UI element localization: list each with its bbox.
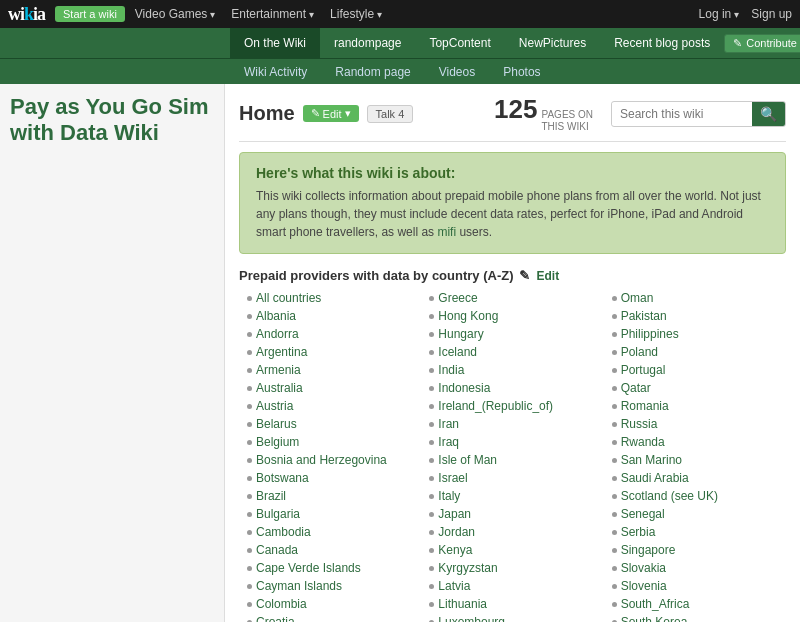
contribute-button[interactable]: ✎ Contribute ▾ (724, 34, 800, 53)
bullet-icon (612, 512, 617, 517)
country-link[interactable]: Belgium (256, 435, 299, 449)
bullet-icon (612, 422, 617, 427)
country-link[interactable]: Australia (256, 381, 303, 395)
country-link[interactable]: Singapore (621, 543, 676, 557)
country-link[interactable]: Andorra (256, 327, 299, 341)
country-link[interactable]: Italy (438, 489, 460, 503)
country-link[interactable]: Iceland (438, 345, 477, 359)
country-link[interactable]: Croatia (256, 615, 295, 622)
country-link[interactable]: Kyrgyzstan (438, 561, 497, 575)
bullet-icon (247, 494, 252, 499)
bullet-icon (429, 296, 434, 301)
list-item: Italy (429, 489, 595, 503)
search-bar: 🔍 (611, 101, 786, 127)
country-link[interactable]: Botswana (256, 471, 309, 485)
talk-button[interactable]: Talk 4 (367, 105, 414, 123)
nav-video-games[interactable]: Video Games (135, 7, 216, 21)
country-link[interactable]: Hungary (438, 327, 483, 341)
country-link[interactable]: India (438, 363, 464, 377)
list-item: Greece (429, 291, 595, 305)
list-item: Canada (247, 543, 413, 557)
country-link[interactable]: Bulgaria (256, 507, 300, 521)
country-link[interactable]: Jordan (438, 525, 475, 539)
country-link[interactable]: Armenia (256, 363, 301, 377)
country-link[interactable]: Isle of Man (438, 453, 497, 467)
search-input[interactable] (612, 103, 752, 125)
country-link[interactable]: Scotland (see UK) (621, 489, 718, 503)
country-link[interactable]: Portugal (621, 363, 666, 377)
subnav-photos[interactable]: Photos (489, 59, 554, 84)
bullet-icon (612, 314, 617, 319)
nav-recent-blog[interactable]: Recent blog posts (600, 28, 724, 58)
country-link[interactable]: Pakistan (621, 309, 667, 323)
mifi-link[interactable]: mifi (437, 225, 456, 239)
country-link[interactable]: San Marino (621, 453, 682, 467)
info-box-text: This wiki collects information about pre… (256, 187, 769, 241)
list-item: Ireland_(Republic_of) (429, 399, 595, 413)
country-link[interactable]: Qatar (621, 381, 651, 395)
country-link[interactable]: South Korea (621, 615, 688, 622)
search-button[interactable]: 🔍 (752, 102, 785, 126)
nav-randompage[interactable]: randompage (320, 28, 415, 58)
country-link[interactable]: Poland (621, 345, 658, 359)
country-link[interactable]: Senegal (621, 507, 665, 521)
nav-newpictures[interactable]: NewPictures (505, 28, 600, 58)
country-link[interactable]: Kenya (438, 543, 472, 557)
country-link[interactable]: Indonesia (438, 381, 490, 395)
country-link[interactable]: South_Africa (621, 597, 690, 611)
bullet-icon (612, 404, 617, 409)
country-link[interactable]: Romania (621, 399, 669, 413)
nav-lifestyle[interactable]: Lifestyle (330, 7, 382, 21)
list-item: Indonesia (429, 381, 595, 395)
country-link[interactable]: Argentina (256, 345, 307, 359)
country-section-edit-link[interactable]: Edit (536, 269, 559, 283)
country-link[interactable]: Russia (621, 417, 658, 431)
bullet-icon (612, 350, 617, 355)
country-link[interactable]: Iran (438, 417, 459, 431)
country-link[interactable]: All countries (256, 291, 321, 305)
nav-topcontent[interactable]: TopContent (415, 28, 504, 58)
list-item: San Marino (612, 453, 778, 467)
country-col-1: All countriesAlbaniaAndorraArgentinaArme… (239, 291, 421, 622)
country-link[interactable]: Philippines (621, 327, 679, 341)
country-link[interactable]: Luxembourg (438, 615, 505, 622)
country-link[interactable]: Saudi Arabia (621, 471, 689, 485)
country-link[interactable]: Brazil (256, 489, 286, 503)
country-link[interactable]: Cape Verde Islands (256, 561, 361, 575)
bullet-icon (247, 314, 252, 319)
country-link[interactable]: Bosnia and Herzegovina (256, 453, 387, 467)
country-link[interactable]: Cambodia (256, 525, 311, 539)
country-link[interactable]: Slovakia (621, 561, 666, 575)
country-link[interactable]: Hong Kong (438, 309, 498, 323)
country-link[interactable]: Colombia (256, 597, 307, 611)
start-wiki-button[interactable]: Start a wiki (55, 6, 125, 22)
nav-on-the-wiki[interactable]: On the Wiki (230, 28, 320, 58)
country-link[interactable]: Canada (256, 543, 298, 557)
country-link[interactable]: Ireland_(Republic_of) (438, 399, 553, 413)
country-link[interactable]: Japan (438, 507, 471, 521)
country-link[interactable]: Belarus (256, 417, 297, 431)
edit-button[interactable]: ✎ Edit ▾ (303, 105, 359, 122)
country-link[interactable]: Iraq (438, 435, 459, 449)
subnav-videos[interactable]: Videos (425, 59, 489, 84)
country-link[interactable]: Greece (438, 291, 477, 305)
country-link[interactable]: Slovenia (621, 579, 667, 593)
subnav-random-page[interactable]: Random page (321, 59, 424, 84)
subnav-wiki-activity[interactable]: Wiki Activity (230, 59, 321, 84)
country-link[interactable]: Albania (256, 309, 296, 323)
country-link[interactable]: Oman (621, 291, 654, 305)
country-link[interactable]: Rwanda (621, 435, 665, 449)
country-link[interactable]: Austria (256, 399, 293, 413)
country-link[interactable]: Serbia (621, 525, 656, 539)
country-link[interactable]: Latvia (438, 579, 470, 593)
country-link[interactable]: Cayman Islands (256, 579, 342, 593)
list-item: Australia (247, 381, 413, 395)
list-item: Lithuania (429, 597, 595, 611)
login-link[interactable]: Log in (699, 7, 740, 21)
list-item: Singapore (612, 543, 778, 557)
country-link[interactable]: Lithuania (438, 597, 487, 611)
nav-entertainment[interactable]: Entertainment (231, 7, 314, 21)
signup-link[interactable]: Sign up (751, 7, 792, 21)
bullet-icon (429, 404, 434, 409)
country-link[interactable]: Israel (438, 471, 467, 485)
